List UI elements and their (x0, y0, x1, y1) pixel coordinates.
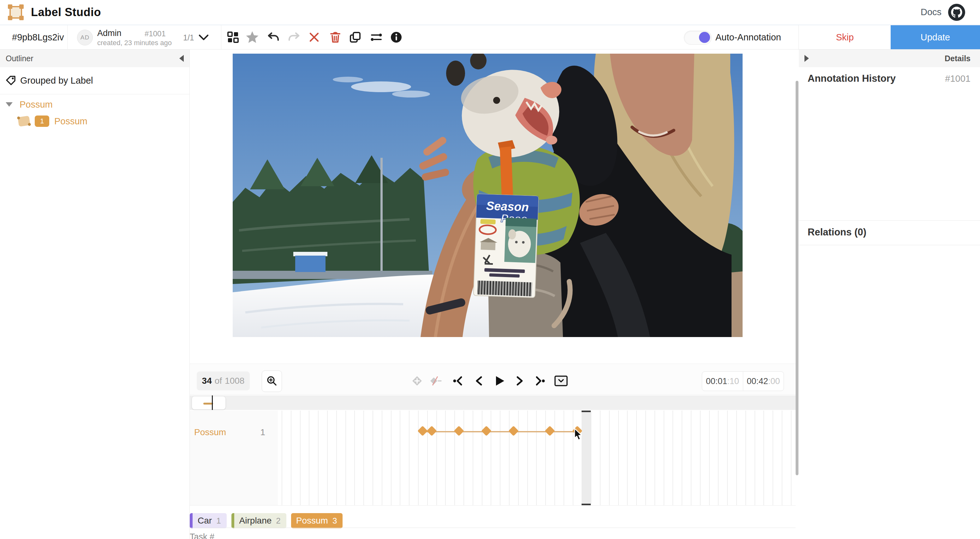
play-button[interactable] (493, 374, 507, 388)
total-time-main: 00:42 (747, 377, 768, 386)
reset-close-button[interactable] (307, 30, 321, 44)
timeline-zoom-button[interactable] (262, 370, 282, 392)
keyframe-diamond[interactable] (481, 426, 492, 436)
label-chip-possum[interactable]: Possum3 (291, 513, 343, 528)
keyframe-diamond[interactable] (508, 426, 519, 436)
video-frame-scene: Season Pass (233, 54, 743, 337)
main-content: Season Pass (190, 49, 795, 539)
timeline-tick (654, 410, 655, 505)
details-title: Details (945, 54, 970, 63)
undo-button[interactable] (266, 30, 280, 44)
annotation-created: created, 23 minutes ago (97, 39, 172, 47)
timeline-grid[interactable] (278, 410, 795, 505)
label-chips-row: Car1Airplane2Possum3 (190, 513, 342, 528)
timeline-tick (682, 410, 682, 505)
timeline-tick (645, 410, 646, 505)
current-time-main: 00:01 (706, 377, 727, 386)
grouping-label: Grouped by Label (20, 75, 93, 86)
track-label[interactable]: Possum (194, 427, 226, 437)
timeline-tick (764, 410, 764, 505)
label-name: Car (192, 516, 216, 526)
next-frame-button[interactable] (513, 374, 527, 388)
label-chip-airplane[interactable]: Airplane2 (231, 513, 286, 528)
timeline-seeker[interactable] (190, 396, 795, 410)
timeline-track-labels: Possum 1 (190, 410, 278, 505)
keyframe-add-button[interactable] (410, 374, 424, 388)
seeker-playhead[interactable] (212, 396, 213, 410)
redo-button[interactable] (287, 30, 301, 44)
timeline-tick (691, 410, 691, 505)
frame-counter[interactable]: 34 of 1008 (197, 371, 250, 390)
timeline-tick (454, 410, 455, 505)
skip-button[interactable]: Skip (799, 25, 891, 49)
collapse-timeline-button[interactable] (554, 374, 568, 388)
timeline-tick (536, 410, 537, 505)
auto-annotation-toggle[interactable] (684, 30, 712, 45)
update-button[interactable]: Update (891, 25, 980, 49)
seeker-viewport[interactable] (192, 396, 226, 410)
grouping-selector[interactable]: Grouped by Label (0, 67, 189, 94)
next-keyframe-button[interactable] (533, 374, 547, 388)
region-icon (18, 116, 30, 127)
info-button[interactable] (389, 30, 403, 44)
label-chip-car[interactable]: Car1 (190, 513, 227, 528)
timeline-tick (554, 410, 555, 505)
prev-frame-button[interactable] (471, 374, 486, 388)
timeline-tick (491, 410, 491, 505)
annotation-history-section: Annotation History #1001 (799, 65, 980, 221)
annotation-id: #1001 (145, 29, 166, 38)
collapse-right-icon[interactable] (805, 55, 809, 62)
label-color-bar (190, 513, 192, 528)
timeline-tick (527, 410, 528, 505)
timeline-tick (363, 410, 364, 505)
annotation-history-id: #1001 (945, 73, 970, 84)
timeline-tick (354, 410, 355, 505)
keyframe-diamond[interactable] (454, 426, 464, 436)
prev-keyframe-button[interactable] (451, 374, 465, 388)
label-color-bar (231, 513, 234, 528)
avatar[interactable]: AD (77, 30, 93, 45)
region-index-badge: 1 (35, 116, 49, 127)
timeline-tick (445, 410, 446, 505)
view-all-grid-button[interactable] (226, 30, 240, 44)
annotation-history-title: Annotation History (808, 73, 896, 84)
tag-icon (6, 75, 16, 86)
chevron-down-icon[interactable] (198, 34, 209, 41)
timeline-tick (618, 410, 619, 505)
video-frame[interactable]: Season Pass (233, 54, 743, 337)
annotator-name: Admin (97, 29, 122, 38)
timeline-playhead-column[interactable] (582, 410, 591, 505)
settings-sliders-button[interactable] (369, 30, 383, 44)
annotation-toolbar: #9pb8Lgs2iv AD Admin #1001 created, 23 m… (0, 25, 980, 49)
task-footer-label: Task # (190, 532, 215, 539)
outliner-group-possum[interactable]: Possum (0, 97, 189, 112)
github-icon[interactable] (948, 3, 966, 21)
keyframe-diamond[interactable] (426, 426, 437, 436)
timeline-tick (700, 410, 701, 505)
timeline-tick (509, 410, 509, 505)
timeline-tick (282, 410, 282, 505)
outliner-panel: Outliner Grouped by Label Possum 1 Possu… (0, 49, 190, 539)
keyframe-diamond[interactable] (545, 426, 555, 436)
frame-separator: of (215, 376, 222, 386)
copy-button[interactable] (348, 30, 362, 44)
tree-expand-icon[interactable] (6, 102, 13, 107)
timeline-tick (309, 410, 309, 505)
collapse-left-icon[interactable] (179, 55, 184, 62)
timeline-tick (291, 410, 291, 505)
docs-link[interactable]: Docs (921, 7, 942, 17)
keyframe-interpolation-button[interactable] (428, 374, 443, 388)
outliner-region-possum[interactable]: 1 Possum (0, 112, 189, 130)
current-time[interactable]: 00:01:10 (702, 372, 743, 391)
timeline-tick (427, 410, 428, 505)
divider (67, 25, 68, 49)
app-title: Label Studio (31, 6, 101, 19)
keyframe-diamond[interactable] (417, 426, 428, 436)
timeline-tick (773, 410, 773, 505)
timeline-tick (473, 410, 473, 505)
outliner-title: Outliner (6, 54, 33, 63)
vertical-scrollbar[interactable] (795, 81, 799, 475)
video-controls-bar: 34 of 1008 (190, 364, 795, 395)
ground-truth-star-button[interactable] (245, 30, 259, 44)
delete-trash-button[interactable] (328, 30, 342, 44)
